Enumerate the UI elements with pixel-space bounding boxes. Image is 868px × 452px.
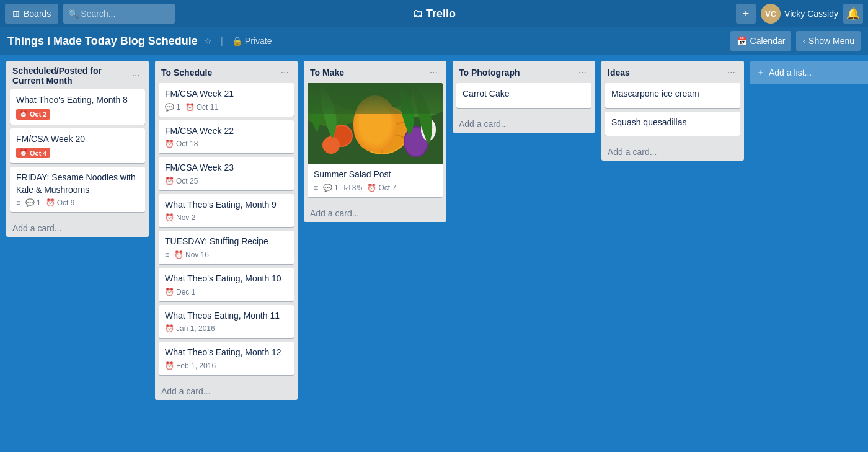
comment-icon: 💬: [25, 198, 35, 207]
svg-point-2: [385, 83, 443, 117]
due-badge: ⏰ Oct 2: [16, 109, 50, 120]
add-list-button[interactable]: ＋ Add a list...: [750, 61, 868, 84]
desc-icon: ≡: [314, 184, 318, 192]
svg-point-9: [374, 123, 378, 130]
desc-badge: ≡: [16, 198, 20, 207]
card-squash[interactable]: Squash quesadillas: [605, 112, 740, 136]
lock-icon: 🔒: [232, 36, 242, 46]
svg-point-5: [355, 106, 409, 153]
card-title: Summer Salad Post: [314, 169, 436, 181]
card-summer-salad[interactable]: Summer Salad Post ≡ 💬 1 ☑ 3/5: [308, 83, 443, 197]
calendar-button[interactable]: 📅 Calendar: [730, 31, 792, 51]
list-title-tophoto: To Photograph: [459, 68, 576, 78]
list-title-toschedule: To Schedule: [161, 68, 278, 78]
comment-badge: 💬 1: [165, 103, 180, 112]
add-button[interactable]: +: [736, 4, 756, 24]
due-badge: ⏰ Oct 4: [16, 148, 50, 158]
list-cards-tomake: Summer Salad Post ≡ 💬 1 ☑ 3/5: [304, 83, 446, 205]
card-meta: ⏰ Dec 1: [165, 288, 288, 296]
comment-badge: 💬 1: [25, 198, 41, 207]
due-badge: ⏰ Oct 25: [165, 177, 198, 185]
list-title-tomake: To Make: [310, 68, 427, 78]
card-meta: 💬 1 ⏰ Oct 11: [165, 103, 288, 112]
show-menu-button[interactable]: ‹ Show Menu: [796, 31, 861, 51]
desc-icon: ≡: [16, 198, 20, 207]
due-badge: ⏰ Oct 11: [185, 103, 218, 112]
card-theos-10[interactable]: What Theo's Eating, Month 10 ⏰ Dec 1: [159, 268, 294, 301]
list-menu-button-tomake[interactable]: ···: [427, 66, 440, 79]
clock-icon: ⏰: [174, 250, 184, 259]
chevron-left-icon: ‹: [802, 36, 805, 46]
card-meta: ≡ 💬 1 ⏰ Oct 9: [16, 198, 139, 207]
card-title: FM/CSA Week 21: [165, 88, 288, 100]
card-mascarpone[interactable]: Mascarpone ice cream: [605, 83, 740, 108]
card-fmcsa-20[interactable]: FM/CSA Week 20 ⏰ Oct 4: [10, 128, 145, 164]
trello-logo-icon: 🗂: [412, 7, 423, 20]
add-card-button-ideas[interactable]: Add a card...: [601, 143, 744, 161]
card-stuffing[interactable]: TUESDAY: Stuffing Recipe ≡ ⏰ Nov 16: [159, 231, 294, 264]
vegetable-svg: [308, 83, 443, 164]
card-meta: ⏰ Feb 1, 2016: [165, 361, 288, 370]
card-fmcsa-23[interactable]: FM/CSA Week 23 ⏰ Oct 25: [159, 157, 294, 190]
boards-button[interactable]: ⊞ Boards: [5, 4, 58, 24]
list-cards-scheduled: What Theo's Eating, Month 8 ⏰ Oct 2 FM/C…: [6, 89, 149, 219]
clock-icon: ⏰: [165, 288, 174, 296]
calendar-icon: 📅: [737, 36, 747, 46]
search-input[interactable]: [63, 4, 175, 24]
list-cards-tophoto: Carrot Cake: [453, 83, 595, 115]
card-theos-11[interactable]: What Theos Eating, Month 11 ⏰ Jan 1, 201…: [159, 305, 294, 339]
add-card-button-tomake[interactable]: Add a card...: [304, 205, 446, 222]
user-menu[interactable]: VC Vicky Cassidy: [761, 4, 838, 24]
notification-button[interactable]: 🔔: [843, 4, 863, 24]
list-menu-button-tophoto[interactable]: ···: [576, 66, 589, 79]
card-carrot-cake[interactable]: Carrot Cake: [456, 83, 591, 108]
board-actions: 📅 Calendar ‹ Show Menu: [730, 31, 861, 51]
card-sesame-noodles[interactable]: FRIDAY: Sesame Noodles with Kale & Mushr…: [10, 167, 145, 212]
card-meta: ≡ ⏰ Nov 16: [165, 250, 288, 259]
due-badge: ⏰ Oct 7: [367, 184, 396, 192]
card-title: What Theo's Eating, Month 12: [165, 347, 288, 359]
add-card-button-scheduled[interactable]: Add a card...: [6, 219, 149, 237]
list-menu-button-ideas[interactable]: ···: [725, 66, 738, 79]
list-header-tomake: To Make ···: [304, 61, 446, 83]
card-title: FM/CSA Week 20: [16, 133, 139, 146]
board-content: Scheduled/Posted for Current Month ··· W…: [0, 55, 868, 452]
list-menu-button-toschedule[interactable]: ···: [278, 66, 291, 79]
plus-icon: ＋: [756, 67, 765, 78]
list-scheduled: Scheduled/Posted for Current Month ··· W…: [6, 61, 149, 237]
desc-badge: ≡: [165, 250, 169, 259]
star-button[interactable]: ☆: [204, 36, 212, 46]
svg-point-3: [326, 83, 413, 111]
card-meta: ⏰ Oct 2: [16, 109, 139, 120]
list-menu-button-scheduled[interactable]: ···: [130, 69, 143, 82]
card-fmcsa-22[interactable]: FM/CSA Week 22 ⏰ Oct 18: [159, 120, 294, 154]
visibility-button[interactable]: 🔒 Private: [232, 36, 272, 46]
add-card-button-toschedule[interactable]: Add a card...: [155, 383, 298, 400]
card-title: Mascarpone ice cream: [611, 88, 734, 100]
svg-point-14: [322, 136, 340, 154]
comment-badge: 💬 1: [323, 184, 339, 192]
add-card-button-tophoto[interactable]: Add a card...: [453, 115, 595, 133]
clock-icon: ⏰: [165, 213, 174, 222]
grid-icon: ⊞: [12, 9, 20, 19]
svg-point-11: [386, 130, 390, 136]
card-theos-9[interactable]: What Theo's Eating, Month 9 ⏰ Nov 2: [159, 194, 294, 228]
due-badge: ⏰ Jan 1, 2016: [165, 324, 215, 333]
card-theos-12[interactable]: What Theo's Eating, Month 12 ⏰ Feb 1, 20…: [159, 342, 294, 375]
card-meta: ⏰ Nov 2: [165, 213, 288, 222]
header-right: + VC Vicky Cassidy 🔔: [736, 4, 863, 24]
list-title-scheduled: Scheduled/Posted for Current Month: [12, 66, 130, 86]
search-wrapper: 🔍: [63, 4, 175, 24]
checklist-icon: ☑: [343, 184, 350, 192]
list-cards-ideas: Mascarpone ice cream Squash quesadillas: [601, 83, 744, 143]
card-meta: ⏰ Oct 18: [165, 140, 288, 148]
card-title: FM/CSA Week 22: [165, 125, 288, 138]
list-header-toschedule: To Schedule ···: [155, 61, 298, 83]
card-what-theos-8[interactable]: What Theo's Eating, Month 8 ⏰ Oct 2: [10, 89, 145, 125]
clock-icon: ⏰: [165, 140, 174, 148]
checklist-badge: ☑ 3/5: [343, 184, 363, 192]
card-meta: ⏰ Oct 25: [165, 177, 288, 185]
svg-point-10: [383, 120, 387, 126]
list-toschedule: To Schedule ··· FM/CSA Week 21 💬 1 ⏰ Oct…: [155, 61, 298, 400]
card-fmcsa-21[interactable]: FM/CSA Week 21 💬 1 ⏰ Oct 11: [159, 83, 294, 117]
